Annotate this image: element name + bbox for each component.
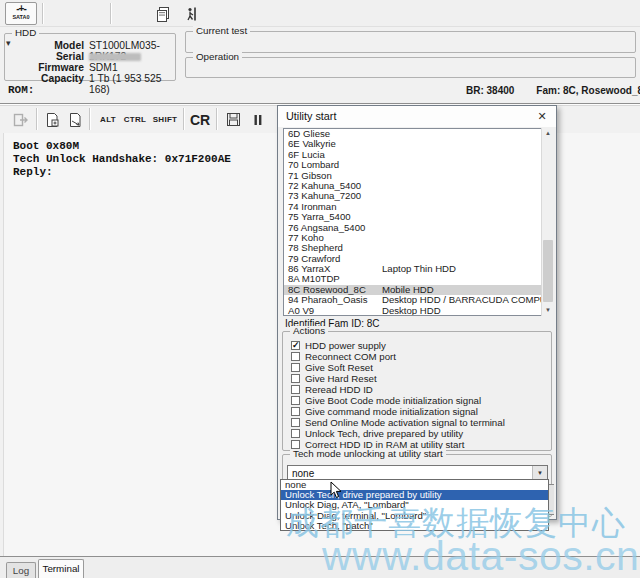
tab-log[interactable]: Log <box>6 562 36 578</box>
action-checkbox-row[interactable]: Give Soft Reset <box>291 362 548 373</box>
save-log-button[interactable] <box>222 108 244 131</box>
toolbar-separator <box>110 3 112 24</box>
family-desc: Laptop Thin HDD <box>382 264 552 274</box>
family-list-item[interactable]: A0 V9Desktop HDD <box>284 306 552 316</box>
checkbox-checked-icon[interactable] <box>291 341 300 350</box>
alt-key-button[interactable]: ALT <box>96 108 120 131</box>
actions-title: Actions <box>290 326 328 336</box>
hdd-serial-row: Serial <box>7 51 173 62</box>
family-list-item[interactable]: 86 YarraXLaptop Thin HDD <box>284 264 552 274</box>
copy-sheets-button[interactable] <box>152 3 174 24</box>
family-list-item[interactable]: 71 Gibson <box>284 171 552 181</box>
exit-session-button[interactable] <box>182 3 204 24</box>
checkbox-unchecked-icon[interactable] <box>291 407 300 416</box>
send-file-button[interactable] <box>64 108 86 131</box>
operation-panel: Operation <box>185 57 636 78</box>
family-id: 75 Yarra_5400 <box>284 212 382 222</box>
family-id: 77 Koho <box>284 233 382 243</box>
checkbox-unchecked-icon[interactable] <box>291 363 300 372</box>
cr-button[interactable]: CR <box>186 108 214 131</box>
action-checkbox-row[interactable]: Unlock Tech, drive prepared by utility <box>291 428 548 439</box>
family-desc <box>382 181 552 191</box>
dropdown-option[interactable]: Unlock Tech, "patch" <box>281 521 548 531</box>
hdd-firmware-value: SDM1 <box>89 62 173 73</box>
hdd-panel-title: HDD <box>12 28 39 38</box>
action-checkbox-row[interactable]: Give Boot Code mode initialization signa… <box>291 395 548 406</box>
scroll-down-icon[interactable]: ▼ <box>542 305 554 316</box>
family-list-item[interactable]: 77 Koho <box>284 233 552 243</box>
action-checkbox-row[interactable]: Give Hard Reset <box>291 373 548 384</box>
family-list-item[interactable]: 74 Ironman <box>284 202 552 212</box>
checkbox-unchecked-icon[interactable] <box>291 396 300 405</box>
hdd-firmware-label: Firmware <box>7 62 89 73</box>
new-script-button[interactable] <box>41 108 63 131</box>
save-log-icon <box>226 112 241 127</box>
family-desc <box>382 274 552 284</box>
hdd-capacity-row: Capacity 1 Tb (1 953 525 168) <box>7 73 173 84</box>
chevron-down-icon[interactable]: ▼ <box>532 466 547 480</box>
family-list-item[interactable]: 6F Lucia <box>284 150 552 160</box>
family-list-item[interactable]: 75 Yarra_5400 <box>284 212 552 222</box>
hdd-serial-label: Serial <box>7 51 89 62</box>
action-checkbox-row[interactable]: HDD power supply <box>291 340 548 351</box>
family-id: 70 Lombard <box>284 160 382 170</box>
family-list-item[interactable]: 72 Kahuna_5400 <box>284 181 552 191</box>
checkbox-unchecked-icon[interactable] <box>291 352 300 361</box>
tech-mode-popup: noneUnlock Tech, drive prepared by utili… <box>280 479 549 531</box>
shift-key-button[interactable]: SHIFT <box>150 108 180 131</box>
close-icon[interactable]: ✕ <box>535 109 549 123</box>
current-test-title: Current test <box>193 26 250 36</box>
dialog-title: Utility start <box>286 110 336 122</box>
family-id: 8C Rosewood_8C <box>284 285 382 295</box>
copy-sheets-icon <box>155 6 171 22</box>
family-id: 6D Gliese <box>284 129 382 139</box>
family-id: 8A M10TDP <box>284 274 382 284</box>
checkbox-unchecked-icon[interactable] <box>291 429 300 438</box>
pause-button[interactable] <box>248 108 268 131</box>
family-desc <box>382 254 552 264</box>
family-list-item[interactable]: 76 Angsana_5400 <box>284 223 552 233</box>
family-id: 73 Kahuna_7200 <box>284 191 382 201</box>
checkbox-unchecked-icon[interactable] <box>291 418 300 427</box>
family-list-item[interactable]: 70 Lombard <box>284 160 552 170</box>
family-desc <box>382 243 552 253</box>
family-id: 72 Kahuna_5400 <box>284 181 382 191</box>
action-checkbox-row[interactable]: Reconnect COM port <box>291 351 548 362</box>
scroll-up-icon[interactable]: ▲ <box>542 128 554 139</box>
send-file-icon <box>67 112 83 128</box>
family-id: 71 Gibson <box>284 171 382 181</box>
family-list-item[interactable]: 73 Kahuna_7200 <box>284 191 552 201</box>
family-desc <box>382 191 552 201</box>
scrollbar-thumb[interactable] <box>543 240 553 302</box>
exit-terminal-button[interactable] <box>8 108 32 131</box>
dialog-titlebar[interactable]: Utility start ✕ <box>278 106 556 127</box>
family-list-item[interactable]: 78 Shepherd <box>284 243 552 253</box>
checkbox-unchecked-icon[interactable] <box>291 385 300 394</box>
family-desc <box>382 150 552 160</box>
checkbox-label: Give Boot Code mode initialization signa… <box>305 395 481 406</box>
ctrl-key-button[interactable]: CTRL <box>121 108 149 131</box>
family-desc <box>382 202 552 212</box>
pause-icon <box>253 114 263 126</box>
family-id: 79 Crawford <box>284 254 382 264</box>
sata0-port-button[interactable]: -+- SATA0 <box>5 2 37 25</box>
action-checkbox-row[interactable]: Send Online Mode activation signal to te… <box>291 417 548 428</box>
family-list-scrollbar[interactable]: ▲ ▼ <box>541 128 553 316</box>
family-list-item[interactable]: 8C Rosewood_8CMobile HDD <box>284 285 552 295</box>
family-list-item[interactable]: 6D Gliese <box>284 129 552 139</box>
action-checkbox-row[interactable]: Reread HDD ID <box>291 384 548 395</box>
family-list-item[interactable]: 79 Crawford <box>284 254 552 264</box>
family-list-item[interactable]: 6E Valkyrie <box>284 139 552 149</box>
family-desc: Desktop HDD / BARRACUDA COMPUTE <box>382 295 552 305</box>
tab-terminal[interactable]: Terminal <box>38 559 84 578</box>
family-id: 6E Valkyrie <box>284 139 382 149</box>
family-list-item[interactable]: 94 Pharaoh_OasisDesktop HDD / BARRACUDA … <box>284 295 552 305</box>
checkbox-unchecked-icon[interactable] <box>291 374 300 383</box>
rom-label: ROM: <box>8 84 34 96</box>
action-checkbox-row[interactable]: Give command mode initialization signal <box>291 406 548 417</box>
hdd-expand-toggle[interactable]: ▾ <box>6 38 11 48</box>
family-list-item[interactable]: 8A M10TDP <box>284 274 552 284</box>
actions-checkbox-list: HDD power supplyReconnect COM portGive S… <box>291 340 548 450</box>
family-list[interactable]: 6D Gliese6E Valkyrie6F Lucia70 Lombard71… <box>283 128 553 316</box>
family-desc <box>382 223 552 233</box>
